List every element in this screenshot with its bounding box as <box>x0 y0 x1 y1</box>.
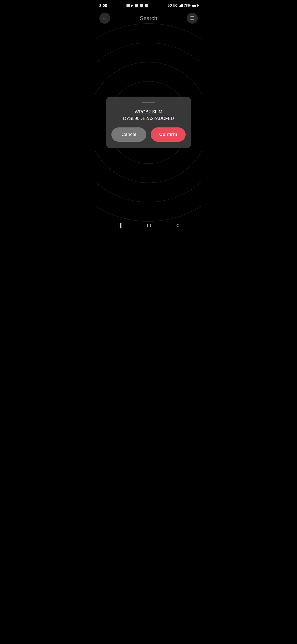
status-right: 5G UC 78% <box>167 4 198 7</box>
network-label: 5G UC <box>167 4 178 7</box>
dialog-handle <box>142 102 155 103</box>
confirm-dialog: WRGB2 SLIM DYSL90DE2A22ADCFED Cancel Con… <box>106 97 191 148</box>
signal-bars-icon <box>179 4 183 7</box>
sim-icon: ⬜ <box>139 4 143 7</box>
status-bar: 2:08 ⬜ ▶ ⬜ ⬜ ⬜ 5G UC 78% <box>95 0 202 10</box>
nav-bar: ||| □ < <box>95 219 202 232</box>
dialog-overlay: WRGB2 SLIM DYSL90DE2A22ADCFED Cancel Con… <box>95 26 202 219</box>
battery-percentage: 78% <box>184 4 191 7</box>
page-title: Search <box>140 15 157 21</box>
status-icons: ⬜ ▶ ⬜ ⬜ ⬜ <box>126 4 148 7</box>
recent-apps-button[interactable]: ||| <box>118 222 123 229</box>
device-name: WRGB2 SLIM DYSL90DE2A22ADCFED <box>123 109 174 122</box>
messenger-icon: ⬜ <box>144 4 148 7</box>
twitch-icon: ⬜ <box>134 4 138 7</box>
confirm-button[interactable]: Confirm <box>151 127 186 142</box>
back-button[interactable]: ← <box>99 13 110 24</box>
cancel-button[interactable]: Cancel <box>111 127 146 142</box>
dialog-buttons: Cancel Confirm <box>111 127 186 142</box>
menu-button[interactable]: ☰ <box>187 13 198 24</box>
main-content: WRGB2 SLIM DYSL90DE2A22ADCFED Cancel Con… <box>95 26 202 219</box>
youtube-icon: ▶ <box>131 4 133 7</box>
home-button[interactable]: □ <box>147 222 151 229</box>
status-time: 2:08 <box>99 3 107 8</box>
instagram-icon: ⬜ <box>126 4 130 7</box>
back-nav-button[interactable]: < <box>175 222 179 229</box>
battery-icon <box>192 4 198 7</box>
